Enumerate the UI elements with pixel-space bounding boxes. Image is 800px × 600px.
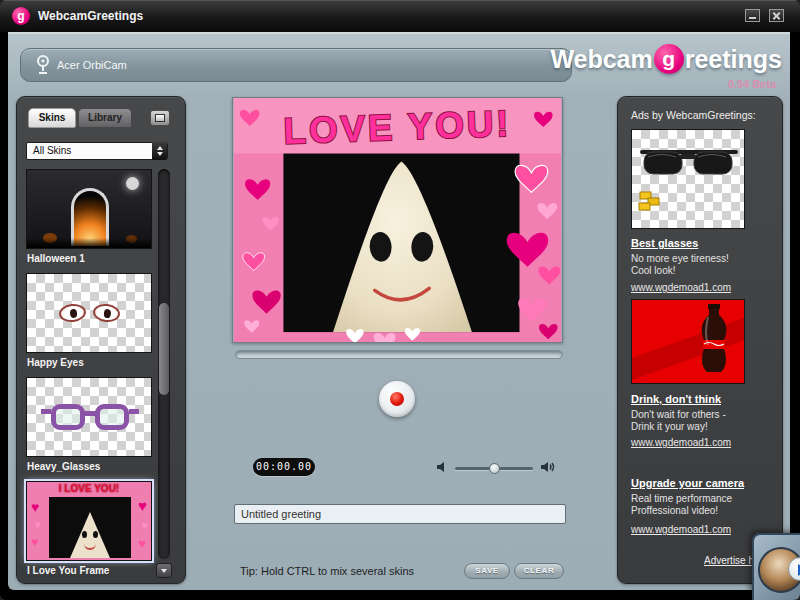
ad-text: Real time performance <box>631 493 732 504</box>
heart-icon: ♥ <box>31 500 39 514</box>
skin-label: Halloween 1 <box>27 253 159 266</box>
heart-icon: ♥ <box>141 520 148 531</box>
window-title: WebcamGreetings <box>38 0 143 32</box>
thumb-stage <box>49 497 131 558</box>
volume-control <box>436 458 576 478</box>
ad-text: Cool look! <box>631 265 675 276</box>
brand-part2: reetings <box>685 45 782 74</box>
volume-slider[interactable] <box>455 467 533 470</box>
tab-skins[interactable]: Skins <box>28 108 76 128</box>
ad-url-link[interactable]: www.wgdemoad1.com <box>631 437 731 448</box>
heart-icon: ♥ <box>138 498 147 513</box>
version-label: 0.94 Beta <box>728 78 776 90</box>
heart-icon: ♥ <box>31 536 38 548</box>
heart-icon: ♥ <box>138 537 146 550</box>
app-logo-icon: g <box>12 7 30 25</box>
brand-part1: Webcam <box>550 45 652 74</box>
skins-panel: Skins Library All Skins Halloween 1 <box>16 96 186 584</box>
ad-image-glasses[interactable] <box>631 129 745 229</box>
ad-image-cola[interactable] <box>631 299 745 384</box>
heart-icon: ♥ <box>35 520 41 530</box>
dropdown-stepper-icon[interactable] <box>152 142 167 160</box>
seek-bar[interactable] <box>235 350 563 359</box>
ad-url-link[interactable]: www.wgdemoad1.com <box>631 282 731 293</box>
brand-logo: Webcam g reetings <box>550 44 782 74</box>
scroll-down-icon <box>161 569 167 573</box>
skin-filter-value: All Skins <box>33 145 71 156</box>
skin-filter-dropdown[interactable]: All Skins <box>26 142 168 160</box>
minimize-button[interactable] <box>745 9 760 22</box>
close-button[interactable] <box>769 9 784 22</box>
camera-source-bar[interactable]: Acer OrbiCam <box>20 48 572 82</box>
love-you-frame: LOVE YOU! <box>233 98 562 342</box>
popout-icon <box>155 114 165 122</box>
tip-text: Tip: Hold CTRL to mix several skins <box>240 565 414 577</box>
ad-url-link[interactable]: www.wgdemoad1.com <box>631 524 731 535</box>
record-dot-icon <box>390 392 404 406</box>
preview-frame-title: LOVE YOU! <box>283 103 512 152</box>
ad-headline-link[interactable]: Drink, don't think <box>631 393 721 405</box>
speaker-high-icon <box>540 459 556 477</box>
skin-thumbnail-love-you[interactable]: I LOVE YOU! ♥ ♥ ♥ ♥ ♥ ♥ <box>26 481 152 561</box>
glasses-graphic <box>51 404 85 430</box>
ad-text: Drink it your way! <box>631 421 708 432</box>
scroll-down-button[interactable] <box>156 563 172 578</box>
main-content: Acer OrbiCam Webcam g reetings 0.94 Beta… <box>8 32 790 590</box>
ad-text: No more eye tireness! <box>631 253 729 264</box>
ad-text: Proffessional video! <box>631 505 718 516</box>
title-bar: g WebcamGreetings <box>0 0 800 32</box>
skin-thumbnail-halloween[interactable] <box>26 169 152 249</box>
panel-popout-button[interactable] <box>150 110 170 126</box>
stepper-down-icon <box>157 152 163 156</box>
ground-graphic <box>27 238 151 248</box>
scrollbar-thumb[interactable] <box>159 303 169 395</box>
eye-graphic <box>58 303 87 324</box>
stepper-up-icon <box>157 146 163 150</box>
webcam-icon <box>35 55 51 79</box>
skin-thumbnail-happy-eyes[interactable] <box>26 273 152 353</box>
skin-label: I Love You Frame <box>27 565 159 578</box>
greeting-name-input[interactable] <box>234 504 566 524</box>
speaker-low-icon <box>436 459 448 477</box>
camera-name: Acer OrbiCam <box>57 49 127 81</box>
ad-text: Don't wait for others - <box>631 409 726 420</box>
volume-slider-thumb[interactable] <box>489 463 500 474</box>
brand-g-icon: g <box>654 44 684 74</box>
app-window: g WebcamGreetings Acer OrbiCam Webcam g … <box>0 0 800 600</box>
floating-preview-window[interactable] <box>752 533 800 600</box>
time-display: 00:00.00 <box>253 458 315 476</box>
glasses-graphic <box>95 404 129 430</box>
skin-label: Happy Eyes <box>27 357 159 370</box>
moon-graphic <box>126 177 139 190</box>
save-button[interactable]: SAVE <box>464 563 510 579</box>
sunglasses-icon <box>632 130 745 229</box>
skins-scrollbar[interactable] <box>158 169 170 559</box>
coins-icon <box>639 192 659 210</box>
record-button[interactable] <box>379 381 415 417</box>
glasses-graphic <box>41 409 51 414</box>
skin-label: Heavy_Glasses <box>27 461 159 474</box>
ads-title: Ads by WebcamGreetings: <box>631 109 756 121</box>
cola-bottle-icon <box>632 300 744 383</box>
clear-button[interactable]: CLEAR <box>514 563 564 579</box>
ad-headline-link[interactable]: Upgrade your camera <box>631 477 744 489</box>
ads-panel: Ads by WebcamGreetings: Best glass <box>617 96 783 584</box>
tab-library[interactable]: Library <box>78 108 132 128</box>
eye-graphic <box>92 303 121 324</box>
skin-thumbnail-heavy-glasses[interactable] <box>26 377 152 457</box>
thumb-title: I LOVE YOU! <box>27 483 151 494</box>
ad-headline-link[interactable]: Best glasses <box>631 237 698 249</box>
glasses-graphic <box>129 409 139 414</box>
video-preview: LOVE YOU! <box>232 97 563 343</box>
